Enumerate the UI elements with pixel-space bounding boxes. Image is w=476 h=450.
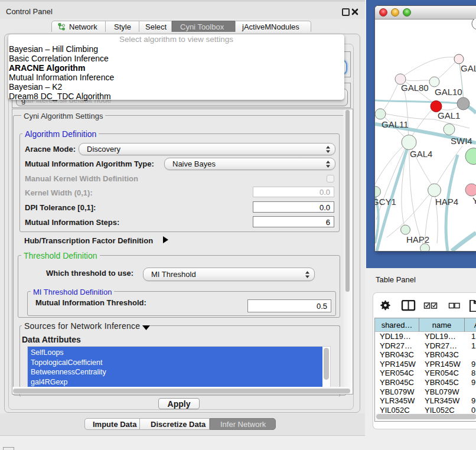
svg-text:HAP4: HAP4: [435, 197, 458, 207]
svg-text:GAL80: GAL80: [401, 83, 429, 93]
svg-text:HAP2: HAP2: [406, 234, 429, 244]
svg-text:GCY1: GCY1: [375, 197, 396, 207]
svg-text:GAL1: GAL1: [438, 110, 460, 120]
svg-text:GAL: GAL: [461, 63, 476, 73]
svg-text:GAL11: GAL11: [382, 119, 409, 129]
svg-text:GAL4: GAL4: [410, 149, 432, 159]
svg-text:GAL10: GAL10: [435, 87, 462, 97]
svg-text:SWI4: SWI4: [451, 136, 472, 146]
svg-text:Y: Y: [472, 195, 476, 206]
